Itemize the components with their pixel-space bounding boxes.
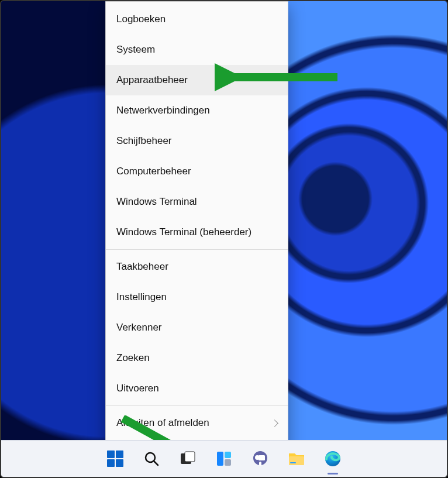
menu-item-uitvoeren[interactable]: Uitvoeren [106,373,288,404]
menu-separator [106,249,288,250]
winx-power-menu: Logboeken Systeem Apparaatbeheer Netwerk… [105,1,288,473]
svg-line-3 [154,461,158,465]
svg-rect-6 [217,452,223,466]
widgets-icon [216,451,232,467]
menu-item-label: Instellingen [116,291,167,303]
taskbar [1,440,447,477]
menu-item-label: Afsluiten of afmelden [116,417,209,429]
menu-item-label: Uitvoeren [116,383,159,394]
menu-item-logboeken[interactable]: Logboeken [106,4,288,35]
chat-icon [251,450,269,467]
search-button[interactable] [139,446,164,471]
menu-item-systeem[interactable]: Systeem [106,35,288,65]
menu-item-label: Zoeken [116,352,150,364]
menu-item-label: Netwerkverbindingen [116,105,210,116]
menu-item-schijfbeheer[interactable]: Schijfbeheer [106,126,288,156]
start-icon [107,451,123,467]
chevron-right-icon [271,419,278,427]
menu-item-instellingen[interactable]: Instellingen [106,282,288,312]
edge-icon [324,450,342,467]
menu-item-label: Logboeken [116,13,166,25]
menu-separator [106,405,288,406]
search-icon [144,451,159,466]
menu-item-apparaatbeheer[interactable]: Apparaatbeheer [106,65,288,95]
svg-rect-8 [225,459,231,466]
file-explorer-icon [288,451,305,466]
svg-rect-13 [289,456,304,465]
menu-item-computerbeheer[interactable]: Computerbeheer [106,156,288,187]
svg-rect-14 [290,462,296,463]
menu-item-label: Windows Terminal (beheerder) [116,226,251,238]
svg-rect-7 [225,452,231,458]
edge-button[interactable] [321,446,345,471]
task-view-icon [180,451,196,467]
desktop-screenshot: Logboeken Systeem Apparaatbeheer Netwerk… [0,0,448,478]
svg-rect-12 [259,462,261,466]
start-button[interactable] [103,446,127,471]
menu-item-label: Systeem [116,44,155,56]
svg-rect-5 [185,452,195,462]
task-view-button[interactable] [175,446,200,471]
menu-item-label: Computerbeheer [116,166,191,177]
menu-item-windows-terminal[interactable]: Windows Terminal [106,187,288,217]
menu-item-taakbeheer[interactable]: Taakbeheer [106,252,288,282]
menu-item-label: Apparaatbeheer [116,74,188,86]
menu-item-label: Verkenner [116,322,162,333]
menu-item-label: Schijfbeheer [116,135,172,147]
menu-item-windows-terminal-admin[interactable]: Windows Terminal (beheerder) [106,217,288,247]
file-explorer-button[interactable] [284,446,309,471]
menu-item-label: Taakbeheer [116,261,168,273]
svg-point-11 [255,455,260,460]
menu-item-label: Windows Terminal [116,196,197,208]
menu-item-afsluiten[interactable]: Afsluiten of afmelden [106,408,288,438]
widgets-button[interactable] [212,446,236,471]
menu-item-netwerkverbindingen[interactable]: Netwerkverbindingen [106,95,288,126]
menu-item-zoeken[interactable]: Zoeken [106,343,288,373]
chat-button[interactable] [248,446,273,471]
running-indicator [328,473,338,474]
menu-item-verkenner[interactable]: Verkenner [106,312,288,343]
